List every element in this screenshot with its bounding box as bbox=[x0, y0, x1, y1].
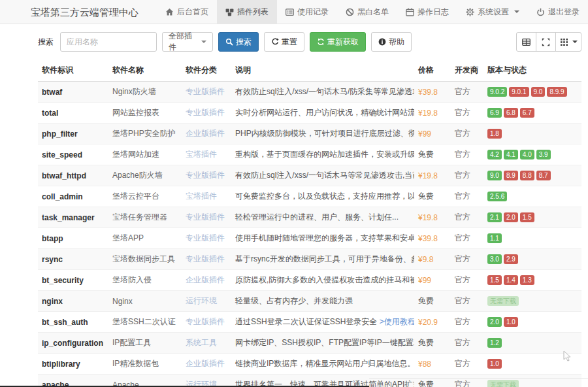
column-header: 版本与状态 bbox=[483, 59, 581, 82]
version-badge[interactable]: 1.4 bbox=[504, 275, 518, 286]
version-badge[interactable]: 8.9 bbox=[504, 171, 518, 181]
reset-button[interactable]: 重置 bbox=[264, 32, 304, 52]
cell-category-link[interactable]: 专业版插件 bbox=[182, 165, 231, 186]
version-badge[interactable]: 1.5 bbox=[487, 275, 502, 286]
version-badge[interactable]: 6.8 bbox=[504, 108, 518, 118]
version-badge[interactable]: 2.9 bbox=[504, 254, 518, 265]
help-button[interactable]: 帮助 bbox=[371, 32, 412, 52]
search-label: 搜索 bbox=[38, 37, 54, 48]
version-badge[interactable]: 2.0 bbox=[504, 212, 518, 223]
cell-price: ¥19.8 bbox=[414, 165, 451, 186]
search-button[interactable]: 搜索 bbox=[218, 32, 259, 52]
version-badge[interactable]: 6.7 bbox=[520, 108, 534, 118]
cell-versions: 6.96.86.7 bbox=[483, 103, 581, 124]
cell-vendor: 官方 bbox=[451, 144, 483, 165]
cell-vendor: 官方 bbox=[451, 186, 483, 207]
cell-versions: 1.8 bbox=[483, 124, 581, 144]
cell-category-link[interactable]: 专业版插件 bbox=[182, 82, 231, 103]
version-badge[interactable]: 6.9 bbox=[487, 108, 502, 118]
description-text: 基于rsync开发的数据同步工具，可用于异地备份、多台主... bbox=[235, 254, 414, 263]
chevron-down-icon bbox=[514, 10, 519, 13]
cell-category-link[interactable]: 宝塔插件 bbox=[182, 144, 231, 165]
version-badge[interactable]: 3.0 bbox=[487, 254, 502, 265]
home-icon bbox=[165, 8, 174, 16]
cell-software-name: 宝塔任务管理器 bbox=[108, 207, 182, 228]
cell-price: ¥99 bbox=[414, 124, 451, 144]
cell-category-link[interactable]: 专业版插件 bbox=[182, 207, 231, 228]
info-icon bbox=[378, 38, 386, 46]
version-badge[interactable]: 9.0.1 bbox=[509, 87, 529, 97]
version-badge[interactable]: 1.0 bbox=[487, 359, 502, 369]
version-badge[interactable]: 2.1 bbox=[487, 212, 502, 223]
version-badge[interactable]: 1.5 bbox=[520, 212, 534, 223]
records-icon bbox=[286, 8, 294, 16]
cell-category-link[interactable]: 企业版插件 bbox=[182, 354, 231, 375]
gear-icon bbox=[466, 8, 474, 16]
nav-item-plugins[interactable]: 插件列表 bbox=[217, 0, 277, 24]
card-view-button[interactable] bbox=[516, 32, 536, 52]
description-text: 可免费监控多台，以及负载状态，支持应用推荐，以及其... bbox=[235, 192, 414, 201]
fullscreen-button[interactable] bbox=[536, 32, 556, 52]
description-link[interactable]: >使用教程 bbox=[380, 317, 414, 326]
nav-item-logs[interactable]: 操作日志 bbox=[397, 0, 457, 24]
cell-vendor: 官方 bbox=[451, 103, 483, 124]
column-header: 软件分类 bbox=[182, 59, 231, 82]
cell-category-link[interactable]: 专业版插件 bbox=[182, 103, 231, 124]
version-badge[interactable]: 4.1 bbox=[504, 150, 518, 160]
cell-category-link[interactable]: 专业版插件 bbox=[182, 312, 231, 333]
version-badge[interactable]: 4.0 bbox=[520, 150, 534, 160]
version-badge[interactable]: 4.2 bbox=[487, 150, 502, 160]
version-badge[interactable]: 2.0 bbox=[487, 317, 502, 328]
cell-price: ¥99 bbox=[414, 270, 451, 291]
cell-category-link[interactable]: 专业版插件 bbox=[182, 228, 231, 249]
version-badge[interactable]: 9.0 bbox=[531, 87, 546, 97]
version-badge[interactable]: 1.3 bbox=[520, 275, 534, 286]
version-badge[interactable]: 8.7 bbox=[536, 171, 551, 181]
cell-category-link[interactable]: 企业版插件 bbox=[182, 270, 231, 291]
main-nav: 后台首页插件列表使用记录黑白名单操作日志系统设置退出登录 bbox=[157, 0, 588, 24]
version-badge[interactable]: 1.1 bbox=[487, 233, 502, 244]
version-badge[interactable]: 1.2 bbox=[487, 338, 502, 348]
cell-description: 链接商业IP数据库，精准显示网站用户归属地信息。暂时... bbox=[231, 354, 414, 375]
version-badge[interactable]: 9.0 bbox=[487, 171, 502, 181]
cell-category-link[interactable]: 宝塔插件 bbox=[182, 186, 231, 207]
nav-item-label: 后台首页 bbox=[177, 7, 208, 18]
price-value: ¥20.9 bbox=[418, 318, 438, 327]
search-input[interactable] bbox=[60, 32, 157, 52]
nav-item-home[interactable]: 后台首页 bbox=[157, 0, 217, 24]
cell-versions: 4.24.14.03.9 bbox=[483, 144, 581, 165]
nav-item-blacklist[interactable]: 黑白名单 bbox=[337, 0, 397, 24]
table-row: nginxNginx运行环境轻量级、占有内存少、并发能力强免费官方无需下载 bbox=[38, 291, 581, 312]
version-badge[interactable]: 1.0 bbox=[504, 317, 518, 328]
cell-category-link[interactable]: 运行环境 bbox=[182, 291, 231, 312]
nav-item-records[interactable]: 使用记录 bbox=[277, 0, 337, 24]
table-row: coll_admin堡塔云控平台宝塔插件可免费监控多台，以及负载状态，支持应用推… bbox=[38, 186, 581, 207]
version-badge[interactable]: 9.0.2 bbox=[487, 87, 507, 97]
version-badge: 无需下载 bbox=[487, 296, 519, 307]
version-badge[interactable]: 1.8 bbox=[487, 129, 502, 139]
cell-category-link[interactable]: 企业版插件 bbox=[182, 124, 231, 144]
columns-button[interactable] bbox=[555, 32, 581, 52]
version-badge[interactable]: 8.8 bbox=[520, 171, 534, 181]
cell-category-link[interactable]: 专业版插件 bbox=[182, 249, 231, 270]
version-badge[interactable]: 2.5.6 bbox=[487, 192, 507, 202]
table-row: task_manager宝塔任务管理器专业版插件轻松管理运行中的进程、用户、服务… bbox=[38, 207, 581, 228]
chevron-down-icon bbox=[572, 41, 578, 43]
price-value: 免费 bbox=[418, 296, 434, 305]
nav-item-logout[interactable]: 退出登录 bbox=[528, 0, 588, 24]
cell-software-name: Nginx防火墙 bbox=[108, 82, 182, 103]
nav-item-settings[interactable]: 系统设置 bbox=[457, 0, 528, 24]
refetch-button[interactable]: 重新获取 bbox=[310, 32, 366, 52]
version-badge[interactable]: 8.9.9 bbox=[547, 87, 566, 97]
cell-software-name: 堡塔网站加速 bbox=[108, 144, 182, 165]
table-row: btwafNginx防火墙专业版插件有效防止sql注入/xss/一句话木马/防采… bbox=[38, 82, 581, 103]
version-badge[interactable]: 3.9 bbox=[536, 150, 551, 160]
cell-price: ¥39.8 bbox=[414, 228, 451, 249]
cell-versions: 9.0.29.0.19.08.9.9 bbox=[483, 82, 581, 103]
cell-versions: 2.5.6 bbox=[483, 186, 581, 207]
cell-vendor: 官方 bbox=[451, 375, 483, 387]
category-select-value: 全部插件 bbox=[169, 31, 199, 53]
cell-category-link[interactable]: 系统工具 bbox=[182, 333, 231, 354]
cell-vendor: 官方 bbox=[451, 354, 483, 375]
category-select[interactable]: 全部插件 bbox=[162, 32, 213, 52]
